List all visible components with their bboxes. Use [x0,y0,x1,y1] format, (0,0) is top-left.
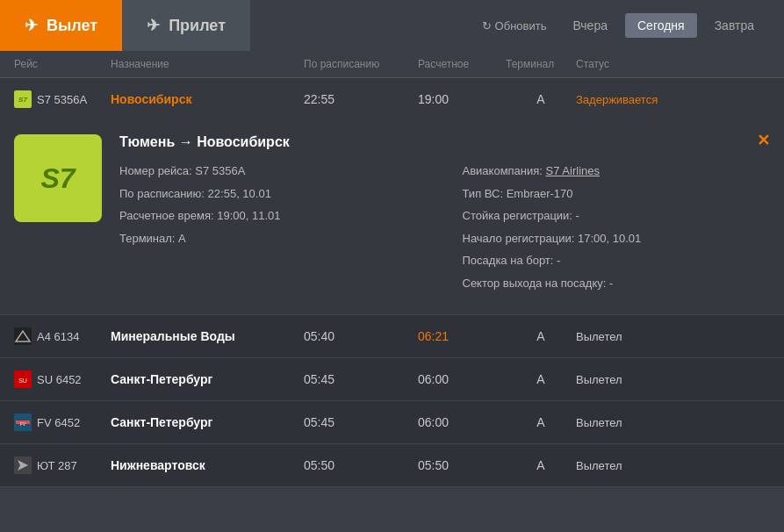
detail-col-left: Номер рейса: S7 5356A По расписанию: 22:… [119,162,428,297]
airline-link[interactable]: S7 Airlines [546,164,600,177]
status-badge: Вылетел [576,330,716,343]
detail-content: Тюмень → Новосибирск Номер рейса: S7 535… [119,134,770,297]
detail-col-right: Авиакомпания: S7 Airlines Тип ВС: Embrae… [463,162,771,297]
flight-number: А4 6134 [14,327,111,345]
status-badge: Вылетел [576,459,716,472]
tab-arrival[interactable]: ✈ Прилет [122,0,250,51]
table-row[interactable]: А4 6134 Минеральные Воды 05:40 06:21 А В… [0,315,784,358]
detail-title: Тюмень → Новосибирск [119,134,770,150]
terminal: А [506,372,576,386]
destination: Санкт-Петербург [111,415,304,429]
col-scheduled: По расписанию [304,58,418,70]
refresh-icon: ↻ [482,19,492,32]
arrival-plane-icon: ✈ [147,16,160,35]
status-badge: Вылетел [576,416,716,429]
status-badge: Задерживается [576,93,716,106]
gate-row: Сектор выхода на посадку: - [463,275,771,292]
detail-columns: Номер рейса: S7 5356A По расписанию: 22:… [119,162,770,297]
destination: Нижневартовск [111,458,304,472]
reg-start-row: Начало регистрации: 17:00, 10.01 [463,230,771,248]
col-status: Статус [576,58,716,70]
table-row[interactable]: FV FV 6452 Санкт-Петербург 05:45 06:00 А… [0,401,784,444]
terminal: А [506,92,576,106]
estimated-time: 19:00 [418,92,506,106]
tab-departure[interactable]: ✈ Вылет [0,0,122,51]
close-button[interactable]: ✕ [757,131,770,150]
scheduled-time: 05:40 [304,329,418,343]
estimated-time: 06:21 [418,329,506,343]
boarding-row: Посадка на борт: - [463,252,771,270]
refresh-label: Обновить [495,19,547,32]
s7-icon: S7 [14,90,32,108]
fv-icon: FV [14,413,32,431]
airline-row: Авиакомпания: S7 Airlines [463,162,771,180]
col-destination: Назначение [111,58,304,70]
departure-plane-icon: ✈ [25,16,38,35]
today-button[interactable]: Сегодня [625,13,697,38]
aircraft-row: Тип ВС: Embraer-170 [463,185,771,203]
column-headers: Рейс Назначение По расписанию Расчетное … [0,51,784,78]
scheduled-time: 05:45 [304,415,418,429]
flight-number: FV FV 6452 [14,413,111,431]
scheduled-time: 22:55 [304,92,418,106]
estimated-time: 06:00 [418,415,506,429]
col-terminal: Терминал [506,58,576,70]
checkin-row: Стойка регистрации: - [463,207,771,225]
flight-number-row: Номер рейса: S7 5356A [119,162,428,180]
svg-text:FV: FV [20,421,26,427]
refresh-button[interactable]: ↻ Обновить [473,16,556,36]
status-badge: Вылетел [576,373,716,386]
scheduled-time: 05:45 [304,372,418,386]
ut-icon [14,457,32,474]
flight-number: ЮТ 287 [14,457,111,474]
table-row[interactable]: ЮТ 287 Нижневартовск 05:50 05:50 А Вылет… [0,444,784,487]
estimated-time: 05:50 [418,458,506,472]
a4-icon [14,327,32,345]
table-row[interactable]: SU SU 6452 Санкт-Петербург 05:45 06:00 А… [0,358,784,401]
destination: Новосибирск [111,92,304,106]
destination: Санкт-Петербург [111,372,304,386]
estimated-row: Расчетное время: 19:00, 11.01 [119,207,428,225]
airline-logo-text: S7 [40,162,75,195]
flights-table: S7 S7 5356A Новосибирск 22:55 19:00 А За… [0,78,784,487]
tab-arrival-label: Прилет [169,17,226,35]
col-flight: Рейс [14,58,111,70]
header: ✈ Вылет ✈ Прилет ↻ Обновить Вчера Сегодн… [0,0,784,51]
destination: Минеральные Воды [111,329,304,343]
terminal: А [506,458,576,472]
su-icon: SU [14,370,32,388]
flight-number: SU SU 6452 [14,370,111,388]
terminal-row: Терминал: А [119,230,428,248]
header-actions: ↻ Обновить Вчера Сегодня Завтра [473,13,784,38]
flight-number: S7 S7 5356A [14,90,111,108]
yesterday-button[interactable]: Вчера [560,13,620,38]
svg-text:SU: SU [18,377,27,384]
terminal: А [506,329,576,343]
col-estimated: Расчетное [418,58,506,70]
table-row[interactable]: S7 S7 5356A Новосибирск 22:55 19:00 А За… [0,78,784,120]
estimated-time: 06:00 [418,372,506,386]
terminal: А [506,415,576,429]
flight-detail-panel: S7 Тюмень → Новосибирск Номер рейса: S7 … [0,120,784,315]
tab-departure-label: Вылет [47,17,97,35]
scheduled-row: По расписанию: 22:55, 10.01 [119,185,428,203]
scheduled-time: 05:50 [304,458,418,472]
tomorrow-button[interactable]: Завтра [702,13,766,38]
airline-logo: S7 [14,134,102,222]
